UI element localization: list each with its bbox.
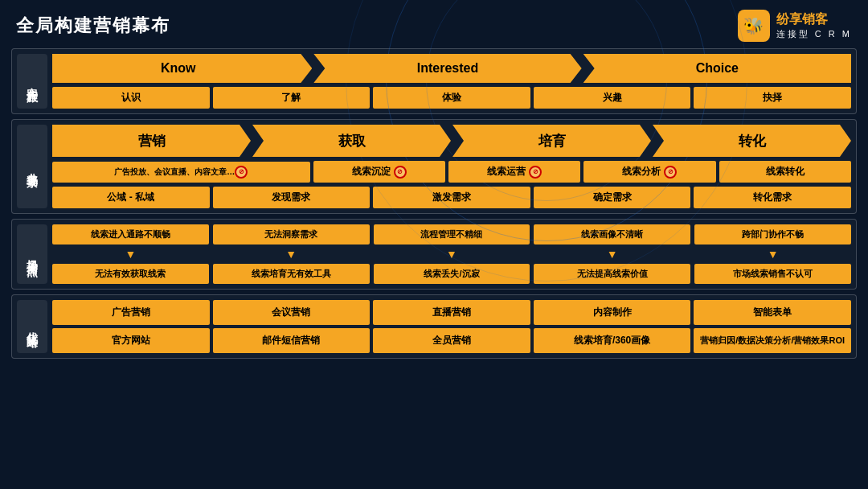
logo-icon: 🐝 xyxy=(738,10,770,42)
biz-tag-sink: 线索沉淀 ⊘ xyxy=(313,161,445,183)
page-title: 全局构建营销幕布 xyxy=(16,14,170,38)
strategy-cell-2-0: 官方网站 xyxy=(52,328,210,353)
pain-bottom-0: 无法有效获取线索 xyxy=(52,264,209,284)
biz-tag-ops: 线索运营 ⊘ xyxy=(448,161,580,183)
strategy-cell-1-3: 内容制作 xyxy=(534,300,691,325)
biz-tag-public-private: 公域 - 私域 xyxy=(52,187,210,208)
biz-tag-discover-need: 发现需求 xyxy=(213,187,371,208)
pain-top-4: 跨部门协作不畅 xyxy=(694,224,851,244)
banner-interested: Interested xyxy=(313,54,581,83)
tag-understand: 了解 xyxy=(213,87,371,109)
pain-col-3: 线索画像不清晰 ▼ 无法提高线索价值 xyxy=(534,224,690,284)
no-icon-1: ⊘ xyxy=(235,166,248,179)
business-scene-label: 业务场景 xyxy=(17,125,47,208)
biz-tag-analysis: 线索分析 ⊘ xyxy=(583,161,715,183)
customer-journey-section: 客户旅程 Know Interested Choice 认识 了解 体验 兴趣 xyxy=(11,48,857,114)
pain-bottom-1: 线索培育无有效工具 xyxy=(213,264,370,284)
no-icon-4: ⊘ xyxy=(664,166,677,179)
tag-recognize: 认识 xyxy=(52,87,210,109)
pain-points-content: 线索进入通路不顺畅 ▼ 无法有效获取线索 无法洞察需求 ▼ 线索培育无有效工具 … xyxy=(52,224,851,284)
strategy-cell-1-4: 智能表单 xyxy=(694,300,851,325)
pain-arrow-2: ▼ xyxy=(446,248,457,261)
biz-tag-ad: 广告投放、会议直播、内容文章… ⊘ xyxy=(52,162,310,183)
pain-arrow-1: ▼ xyxy=(285,248,297,261)
logo-name: 纷享销客 xyxy=(776,11,852,28)
pain-arrow-0: ▼ xyxy=(125,248,136,261)
pain-top-1: 无法洞察需求 xyxy=(213,224,370,244)
tag-interest: 兴趣 xyxy=(534,87,691,109)
header: 全局构建营销幕布 🐝 纷享销客 连接型 C R M xyxy=(0,0,868,48)
pain-bottom-3: 无法提高线索价值 xyxy=(534,264,690,284)
pain-top-3: 线索画像不清晰 xyxy=(534,224,690,244)
customer-journey-banners: Know Interested Choice xyxy=(52,54,851,83)
biz-tag-inspire-need: 激发需求 xyxy=(373,187,530,208)
main-content: 客户旅程 Know Interested Choice 认识 了解 体验 兴趣 xyxy=(0,48,868,365)
strategy-cell-1-2: 直播营销 xyxy=(373,300,530,325)
pain-grid: 线索进入通路不顺畅 ▼ 无法有效获取线索 无法洞察需求 ▼ 线索培育无有效工具 … xyxy=(52,224,851,284)
biz-banner-nurture: 培育 xyxy=(452,125,651,157)
biz-banners: 营销 获取 培育 转化 xyxy=(52,125,851,157)
pain-arrow-4: ▼ xyxy=(768,248,779,261)
strategy-grid: 广告营销 会议营销 直播营销 内容制作 智能表单 官方网站 邮件短信营销 全员营… xyxy=(52,300,851,353)
biz-banner-acquire: 获取 xyxy=(252,125,451,157)
logo-sub: 连接型 C R M xyxy=(776,28,852,40)
pain-arrow-3: ▼ xyxy=(607,248,618,261)
biz-banner-marketing: 营销 xyxy=(52,125,251,157)
pain-top-2: 流程管理不精细 xyxy=(374,224,530,244)
strategy-content: 广告营销 会议营销 直播营销 内容制作 智能表单 官方网站 邮件短信营销 全员营… xyxy=(52,300,851,353)
business-scene-content: 营销 获取 培育 转化 广告投放、会议直播、内容文章… ⊘ xyxy=(52,125,851,208)
strategy-cell-1-0: 广告营销 xyxy=(52,300,210,325)
biz-row1-tags: 广告投放、会议直播、内容文章… ⊘ 线索沉淀 ⊘ 线索运营 ⊘ 线索分析 ⊘ 线… xyxy=(52,161,851,183)
business-scene-section: 业务场景 营销 获取 培育 转化 广告投放、会议直播、内容 xyxy=(11,119,857,214)
strategy-row-2: 官方网站 邮件短信营销 全员营销 线索培育/360画像 营销归因/数据决策分析/… xyxy=(52,328,851,353)
banner-choice: Choice xyxy=(583,54,851,83)
biz-tag-confirm-need: 确定需求 xyxy=(534,187,691,208)
pain-bottom-2: 线索丢失/沉寂 xyxy=(374,264,530,284)
strategy-section: 优化策略 广告营销 会议营销 直播营销 内容制作 智能表单 官方网站 邮件短信营… xyxy=(11,294,857,359)
strategy-cell-1-1: 会议营销 xyxy=(213,300,371,325)
logo-area: 🐝 纷享销客 连接型 C R M xyxy=(738,10,852,42)
customer-journey-content: Know Interested Choice 认识 了解 体验 兴趣 抉择 xyxy=(52,54,851,109)
tag-experience: 体验 xyxy=(373,87,530,109)
customer-journey-label: 客户旅程 xyxy=(17,54,47,109)
pain-bottom-4: 市场线索销售不认可 xyxy=(694,264,851,284)
pain-col-2: 流程管理不精细 ▼ 线索丢失/沉寂 xyxy=(374,224,530,284)
strategy-label: 优化策略 xyxy=(17,300,47,353)
pain-col-4: 跨部门协作不畅 ▼ 市场线索销售不认可 xyxy=(694,224,851,284)
strategy-cell-2-1: 邮件短信营销 xyxy=(213,328,371,353)
pain-points-label: 场景痛点 xyxy=(17,224,47,284)
tag-choice: 抉择 xyxy=(694,87,851,109)
strategy-cell-2-4: 营销归因/数据决策分析/营销效果ROI xyxy=(694,328,851,353)
customer-journey-tags: 认识 了解 体验 兴趣 抉择 xyxy=(52,87,851,109)
pain-points-section: 场景痛点 线索进入通路不顺畅 ▼ 无法有效获取线索 无法洞察需求 ▼ 线索培育无… xyxy=(11,219,857,290)
biz-tag-convert: 线索转化 xyxy=(719,161,851,183)
biz-banner-convert: 转化 xyxy=(653,125,851,157)
no-icon-3: ⊘ xyxy=(529,166,542,179)
strategy-cell-2-2: 全员营销 xyxy=(373,328,530,353)
strategy-row-1: 广告营销 会议营销 直播营销 内容制作 智能表单 xyxy=(52,300,851,325)
pain-top-0: 线索进入通路不顺畅 xyxy=(52,224,209,244)
biz-row2-tags: 公域 - 私域 发现需求 激发需求 确定需求 转化需求 xyxy=(52,187,851,208)
banner-know: Know xyxy=(52,54,312,83)
pain-col-1: 无法洞察需求 ▼ 线索培育无有效工具 xyxy=(213,224,370,284)
logo-text: 纷享销客 连接型 C R M xyxy=(776,11,852,40)
strategy-cell-2-3: 线索培育/360画像 xyxy=(534,328,691,353)
pain-col-0: 线索进入通路不顺畅 ▼ 无法有效获取线索 xyxy=(52,224,209,284)
biz-tag-convert-need: 转化需求 xyxy=(694,187,851,208)
no-icon-2: ⊘ xyxy=(394,166,407,179)
